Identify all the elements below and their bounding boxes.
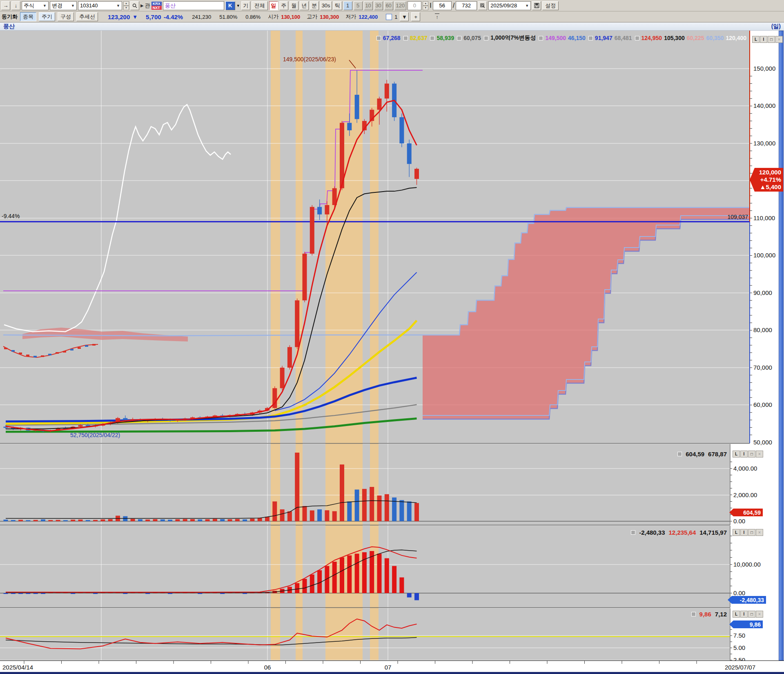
- legend-swatch: [588, 36, 593, 40]
- stock-name-field[interactable]: 풍산: [163, 1, 224, 10]
- dock-down-icon[interactable]: ↓: [11, 1, 20, 10]
- search-icon[interactable]: [130, 1, 139, 10]
- dock-left-icon[interactable]: →: [1, 1, 10, 10]
- window-button-I[interactable]: I: [740, 451, 748, 458]
- window-button-×[interactable]: ×: [775, 36, 783, 43]
- candle-body: [325, 205, 329, 214]
- settings-button[interactable]: 설정: [542, 1, 559, 10]
- window-button-L[interactable]: L: [733, 451, 740, 458]
- tab-stock[interactable]: 종목: [20, 12, 36, 21]
- window-button-□[interactable]: □: [748, 529, 755, 536]
- custom-minute-input[interactable]: 0: [408, 1, 421, 10]
- svg-text:90,000: 90,000: [753, 289, 772, 296]
- time-label: 2025/07/07: [725, 664, 755, 671]
- candle-body: [317, 207, 322, 214]
- sync-label: 동기화: [2, 13, 18, 20]
- gwan-label[interactable]: 관: [145, 2, 150, 9]
- all-button[interactable]: 전체: [252, 1, 268, 10]
- volume-bar: [205, 519, 210, 521]
- period-minute-button[interactable]: 분: [310, 1, 319, 10]
- window-button-×[interactable]: ×: [756, 529, 763, 536]
- k-button[interactable]: K: [225, 1, 235, 10]
- volume-bar: [370, 487, 374, 521]
- window-button-I[interactable]: I: [740, 529, 748, 536]
- volume-bar: [325, 510, 329, 521]
- panel-header-value: 678,87: [708, 451, 727, 458]
- volume-bar: [355, 489, 359, 521]
- minute-1-button[interactable]: 1: [343, 1, 352, 10]
- stock-code-value: 103140: [80, 2, 98, 9]
- play-icon[interactable]: ▶: [140, 3, 144, 8]
- window-button-□[interactable]: □: [748, 611, 755, 618]
- minute-60-button[interactable]: 60: [384, 1, 393, 10]
- stock-code-combo[interactable]: 103140▼: [78, 1, 122, 10]
- high-label: 고가: [307, 13, 317, 20]
- tab-composition[interactable]: 구성: [58, 12, 74, 21]
- chart-canvas: 150,000140,000130,000110,000100,00090,00…: [0, 31, 784, 672]
- candle-body: [78, 425, 83, 427]
- indicator-bar: [198, 593, 202, 594]
- period-tick-button[interactable]: 틱: [333, 1, 342, 10]
- minute-10-button[interactable]: 10: [364, 1, 373, 10]
- tab-trendline[interactable]: 추세선: [76, 12, 98, 21]
- volume-bar: [153, 519, 158, 521]
- zoom-plus-button[interactable]: +: [411, 12, 420, 21]
- save-icon[interactable]: [532, 1, 541, 10]
- minute-5-button[interactable]: 5: [354, 1, 363, 10]
- minute-120-button[interactable]: 120: [394, 1, 407, 10]
- high-value: 130,300: [320, 14, 339, 20]
- window-button-I[interactable]: I: [740, 611, 748, 618]
- screen-shift-icon[interactable]: ↑: [432, 12, 441, 21]
- code-stepper[interactable]: ▲▼: [123, 1, 129, 10]
- legend-swatch: [631, 530, 635, 535]
- svg-text:0.00: 0.00: [733, 589, 745, 596]
- chevron-down-icon[interactable]: ▼: [236, 4, 240, 8]
- window-button-×[interactable]: ×: [756, 611, 763, 618]
- legend-swatch: [691, 612, 696, 616]
- bar-total-input[interactable]: 732: [456, 1, 477, 10]
- window-button-□[interactable]: □: [768, 36, 775, 43]
- period-year-button[interactable]: 년: [300, 1, 309, 10]
- asset-type-select[interactable]: 주식▼: [22, 1, 49, 10]
- window-button-L[interactable]: L: [733, 529, 740, 536]
- volume-bar: [190, 519, 195, 521]
- toolbar-sub: 동기화 종목 주기 구성 추세선 123,200 ▼ 5,700 -4.42% …: [0, 11, 784, 22]
- date-select[interactable]: 2025/09/28▼: [488, 1, 531, 10]
- svg-text:60,000: 60,000: [753, 401, 772, 408]
- indicator-bar: [168, 593, 172, 594]
- low-annotation: 52,750(2025/04/22): [70, 432, 120, 438]
- window-button-L[interactable]: L: [733, 611, 740, 618]
- volume-bar: [347, 502, 352, 521]
- tab-cycle[interactable]: 주기: [39, 12, 55, 21]
- window-button-□[interactable]: □: [748, 451, 755, 458]
- scale-checkbox[interactable]: [386, 14, 392, 20]
- window-button-I[interactable]: I: [760, 36, 767, 43]
- period-month-button[interactable]: 월: [290, 1, 298, 10]
- period-day-button[interactable]: 일: [269, 1, 278, 10]
- percent-annotation: -9.44%: [2, 213, 20, 219]
- change-select[interactable]: 변경▼: [50, 1, 77, 10]
- gi-button[interactable]: 기: [241, 1, 250, 10]
- scale-dropdown[interactable]: ▼: [400, 12, 409, 21]
- main-panel-window-buttons[interactable]: LI□×: [752, 36, 783, 43]
- chart-period-badge: (일): [771, 23, 781, 30]
- volume-bar: [131, 519, 135, 521]
- zoom-search-icon[interactable]: [478, 1, 487, 10]
- period-week-button[interactable]: 주: [279, 1, 288, 10]
- indicator-panel-window-buttons[interactable]: LI□×: [733, 529, 763, 536]
- legend-value: 105,300: [664, 35, 685, 41]
- volume-bar: [399, 500, 404, 521]
- custom-minute-stepper[interactable]: ▲▼: [423, 1, 428, 10]
- window-button-L[interactable]: L: [752, 36, 760, 43]
- legend-group: 91,94768,481: [588, 35, 632, 41]
- oscillator-panel-window-buttons[interactable]: LI□×: [733, 611, 763, 618]
- minute-30-button[interactable]: 30: [374, 1, 383, 10]
- period-30s-button[interactable]: 30s: [320, 1, 332, 10]
- legend-value: 149,500: [545, 35, 566, 41]
- price-change: 5,700: [146, 13, 161, 20]
- window-button-×[interactable]: ×: [756, 451, 763, 458]
- chart-scrollbar[interactable]: [779, 31, 784, 661]
- indicator-bar: [26, 593, 30, 594]
- volume-panel-window-buttons[interactable]: LI□×: [733, 451, 763, 458]
- bar-index-input[interactable]: 56: [433, 1, 452, 10]
